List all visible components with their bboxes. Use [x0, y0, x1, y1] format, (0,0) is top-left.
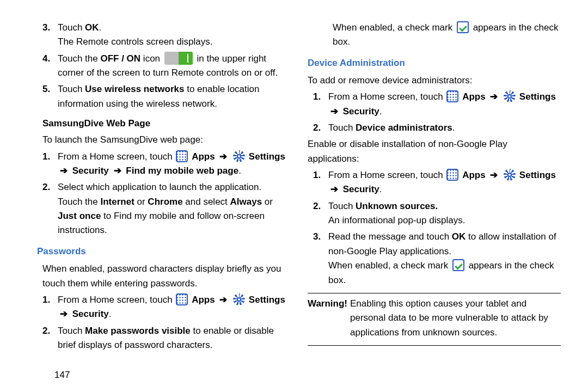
- apps-icon: [446, 90, 458, 102]
- list-step-pw2: 2. Touch Make passwords visible to enabl…: [42, 324, 286, 353]
- toggle-icon: [164, 52, 193, 65]
- apps-icon: [176, 293, 188, 305]
- bold-settings: Settings: [249, 151, 285, 162]
- arrow-icon: ➔: [60, 164, 68, 178]
- step-number: 3.: [42, 21, 58, 50]
- bold: Chrome: [148, 197, 182, 207]
- text: Touch: [58, 22, 85, 33]
- step-number: 1.: [42, 150, 58, 179]
- bold-security: Security: [343, 106, 379, 117]
- intro-text: To launch the SamsungDive web page:: [42, 133, 286, 147]
- list-step-5: 5. Touch Use wireless networks to enable…: [42, 82, 286, 111]
- right-column: When enabled, a check mark appears in th…: [308, 21, 561, 392]
- bold-ok: OK: [85, 22, 99, 33]
- bold: Device administrators: [356, 122, 452, 133]
- warning-text: Enabling this option causes your tablet …: [350, 297, 561, 340]
- bold-settings: Settings: [519, 170, 556, 180]
- list-step-np1: 1. From a Home screen, touch Apps ➔ Sett…: [313, 168, 561, 197]
- subheading-samsungdive: SamsungDive Web Page: [42, 117, 286, 131]
- step-body: Read the message and touch OK to allow i…: [328, 230, 561, 287]
- arrow-icon: ➔: [490, 90, 498, 104]
- arrow-icon: ➔: [219, 150, 227, 164]
- bold-wireless: Use wireless networks: [85, 84, 184, 94]
- text: Touch: [58, 326, 85, 336]
- text: Touch: [58, 84, 85, 94]
- step-number: 5.: [42, 82, 58, 111]
- warning-label: Warning!: [308, 297, 350, 340]
- intro-text: To add or remove device administrators:: [308, 74, 561, 88]
- bold: OK: [452, 231, 466, 242]
- list-step-sd1: 1. From a Home screen, touch Apps ➔ Sett…: [42, 150, 286, 179]
- list-step-np2: 2. Touch Unknown sources. An information…: [313, 199, 561, 228]
- text: An informational pop-up displays.: [328, 213, 561, 228]
- bold-apps: Apps: [192, 151, 215, 162]
- text: .: [452, 122, 455, 133]
- step-body: From a Home screen, touch Apps ➔ Setting…: [328, 90, 561, 119]
- step-body: From a Home screen, touch Apps ➔ Setting…: [58, 293, 286, 322]
- text: Touch: [328, 122, 356, 133]
- step-number: 1.: [313, 90, 328, 119]
- apps-icon: [176, 150, 188, 162]
- step-body: Select which application to launch the a…: [58, 180, 286, 237]
- step-number: 1.: [42, 293, 58, 322]
- intro-text: When enabled, password characters displa…: [42, 262, 286, 291]
- step-body: From a Home screen, touch Apps ➔ Setting…: [58, 150, 286, 179]
- checkmark-icon: [457, 21, 469, 33]
- text: From a Home screen, touch: [328, 170, 445, 180]
- bold-security: Security: [72, 309, 109, 319]
- step-body: Touch the OFF / ON icon in the upper rig…: [58, 52, 286, 81]
- step-body: Touch Unknown sources. An informational …: [328, 199, 561, 228]
- text: The Remote controls screen displays.: [58, 35, 286, 49]
- apps-icon: [446, 169, 458, 181]
- step-body: Touch OK. The Remote controls screen dis…: [58, 21, 286, 50]
- step-body: From a Home screen, touch Apps ➔ Setting…: [328, 168, 561, 197]
- warning-block: Warning! Enabling this option causes you…: [308, 297, 561, 340]
- text: From a Home screen, touch: [58, 151, 175, 162]
- text: When enabled, a check mark: [328, 260, 451, 271]
- text: From a Home screen, touch: [328, 91, 445, 102]
- text: Touch the: [58, 53, 100, 64]
- bold: Always: [230, 197, 262, 207]
- intro-text: Enable or disable installation of non-Go…: [308, 137, 561, 166]
- bold: Internet: [100, 197, 134, 207]
- step-number: 2.: [42, 180, 58, 237]
- bold-apps: Apps: [462, 91, 486, 102]
- manual-page: 3. Touch OK. The Remote controls screen …: [0, 0, 588, 392]
- step-body: Touch Use wireless networks to enable lo…: [58, 82, 286, 111]
- list-step-pw1: 1. From a Home screen, touch Apps ➔ Sett…: [42, 293, 286, 322]
- continued-text: When enabled, a check mark appears in th…: [333, 21, 561, 50]
- heading-passwords: Passwords: [37, 244, 286, 259]
- bold-security: Security: [343, 184, 379, 194]
- step-number: 3.: [313, 230, 328, 287]
- arrow-icon: ➔: [114, 164, 121, 178]
- text: and select: [183, 197, 230, 207]
- step-body: Touch Make passwords visible to enable o…: [58, 324, 286, 353]
- step-number: 2.: [313, 121, 328, 135]
- settings-icon: [504, 90, 516, 102]
- text: or: [262, 197, 273, 207]
- left-column: 3. Touch OK. The Remote controls screen …: [33, 21, 286, 392]
- text: .: [379, 106, 382, 117]
- bold-offon: OFF / ON: [100, 53, 140, 64]
- bold: Just once: [58, 211, 101, 221]
- step-number: 2.: [42, 324, 58, 353]
- checkmark-icon: [452, 259, 464, 271]
- bold-findmobile: Find my mobile web page: [126, 166, 238, 176]
- list-step-4: 4. Touch the OFF / ON icon in the upper …: [42, 52, 286, 81]
- text: When enabled, a check mark: [333, 22, 455, 33]
- bold-apps: Apps: [462, 170, 486, 180]
- heading-device-admin: Device Administration: [308, 56, 561, 70]
- bold: Unknown sources.: [356, 201, 438, 211]
- list-step-np3: 3. Read the message and touch OK to allo…: [313, 230, 561, 287]
- text: .: [99, 22, 102, 33]
- bold-apps: Apps: [192, 295, 215, 305]
- list-step-3: 3. Touch OK. The Remote controls screen …: [42, 21, 286, 50]
- list-step-da1: 1. From a Home screen, touch Apps ➔ Sett…: [313, 90, 561, 119]
- text: Touch: [328, 201, 356, 211]
- text: or: [134, 197, 148, 207]
- text: Read the message and touch: [328, 231, 452, 242]
- arrow-icon: ➔: [330, 105, 338, 119]
- step-body: Touch Device administrators.: [328, 121, 561, 135]
- step-number: 2.: [313, 199, 328, 228]
- settings-icon: [233, 150, 245, 162]
